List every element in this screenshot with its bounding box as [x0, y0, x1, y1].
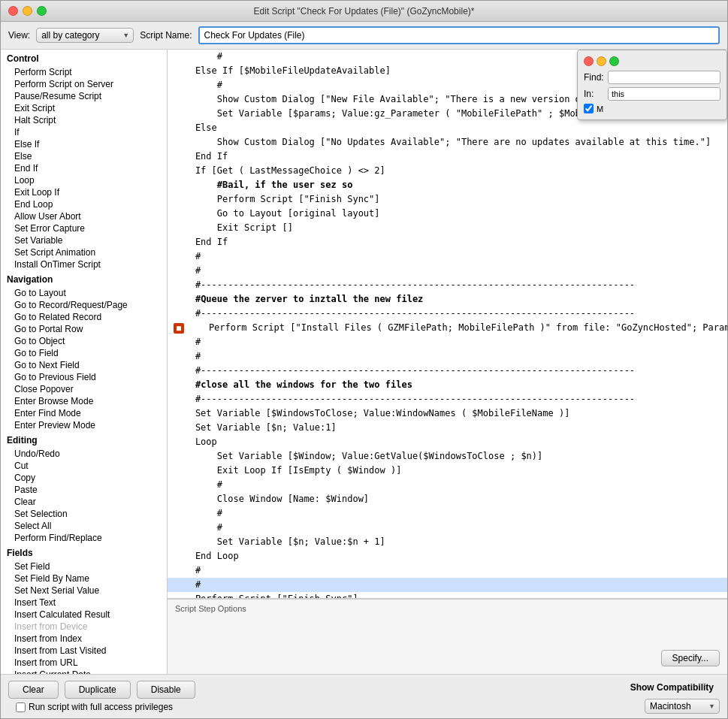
- sidebar-item-exit-script[interactable]: Exit Script: [1, 102, 167, 114]
- sidebar-item-if[interactable]: If: [1, 126, 167, 138]
- script-line[interactable]: #: [168, 249, 727, 264]
- script-line[interactable]: #---------------------------------------…: [168, 364, 727, 378]
- script-line[interactable]: #: [168, 264, 727, 278]
- find-panel-min[interactable]: [597, 56, 606, 66]
- sidebar-item-set-variable[interactable]: Set Variable: [1, 234, 167, 246]
- sidebar-item-perform-find-replace[interactable]: Perform Find/Replace: [1, 532, 167, 544]
- sidebar-item-go-to-prev-field[interactable]: Go to Previous Field: [1, 371, 167, 383]
- sidebar-item-set-selection[interactable]: Set Selection: [1, 508, 167, 520]
- script-line[interactable]: Perform Script ["Finish Sync"]: [168, 192, 727, 207]
- sidebar-item-go-to-next-field[interactable]: Go to Next Field: [1, 359, 167, 371]
- specify-button[interactable]: Specify...: [661, 650, 720, 666]
- view-select[interactable]: all by category: [36, 28, 134, 43]
- script-line[interactable]: #---------------------------------------…: [168, 392, 727, 406]
- sidebar-item-go-to-portal-row[interactable]: Go to Portal Row: [1, 323, 167, 335]
- script-line[interactable]: Show Custom Dialog ["No Updates Availabl…: [168, 135, 727, 150]
- minimize-button[interactable]: [23, 6, 32, 16]
- sidebar-item-perform-script[interactable]: Perform Script: [1, 66, 167, 78]
- compat-select-wrapper[interactable]: Macintosh: [645, 699, 720, 714]
- disable-button[interactable]: Disable: [137, 681, 195, 699]
- sidebar-item-loop[interactable]: Loop: [1, 174, 167, 186]
- duplicate-button[interactable]: Duplicate: [65, 681, 131, 699]
- sidebar-item-insert-from-url[interactable]: Insert from URL: [1, 657, 167, 669]
- script-line[interactable]: End Loop: [168, 549, 727, 563]
- sidebar-item-enter-browse[interactable]: Enter Browse Mode: [1, 395, 167, 407]
- script-line[interactable]: Exit Script []: [168, 221, 727, 235]
- script-line[interactable]: Loop: [168, 435, 727, 449]
- script-line[interactable]: Set Variable [$Window; Value:GetValue($W…: [168, 449, 727, 464]
- run-privileges-checkbox[interactable]: [16, 702, 26, 712]
- script-line[interactable]: Exit Loop If [IsEmpty ( $Window )]: [168, 464, 727, 478]
- sidebar-item-else[interactable]: Else: [1, 150, 167, 162]
- sidebar-item-set-field-by-name[interactable]: Set Field By Name: [1, 572, 167, 585]
- script-line[interactable]: #close all the windows for the two files: [168, 378, 727, 392]
- sidebar-item-enter-find[interactable]: Enter Find Mode: [1, 407, 167, 419]
- script-line-selected[interactable]: #: [168, 578, 727, 592]
- sidebar-item-install-ontimer[interactable]: Install OnTimer Script: [1, 258, 167, 270]
- script-line[interactable]: End If: [168, 235, 727, 249]
- view-select-wrapper[interactable]: all by category: [36, 28, 134, 43]
- script-line[interactable]: Else: [168, 121, 727, 135]
- script-line[interactable]: #Bail, if the user sez so: [168, 178, 727, 192]
- sidebar-item-close-popover[interactable]: Close Popover: [1, 383, 167, 395]
- in-input[interactable]: [608, 87, 720, 101]
- sidebar-item-end-if[interactable]: End If: [1, 162, 167, 174]
- sidebar-item-set-field[interactable]: Set Field: [1, 560, 167, 572]
- find-input[interactable]: [608, 71, 720, 84]
- sidebar-item-go-to-object[interactable]: Go to Object: [1, 335, 167, 347]
- sidebar-item-end-loop[interactable]: End Loop: [1, 198, 167, 210]
- script-line[interactable]: #: [168, 563, 727, 578]
- sidebar-item-cut[interactable]: Cut: [1, 460, 167, 472]
- script-line[interactable]: #: [168, 521, 727, 535]
- script-name-input[interactable]: [198, 26, 720, 44]
- sidebar-item-insert-text[interactable]: Insert Text: [1, 597, 167, 609]
- script-line[interactable]: #Queue the zerver to inztall the new fil…: [168, 292, 727, 307]
- sidebar-item-insert-from-index[interactable]: Insert from Index: [1, 633, 167, 645]
- find-panel-max[interactable]: [609, 56, 619, 66]
- sidebar-item-set-script-animation[interactable]: Set Script Animation: [1, 246, 167, 258]
- sidebar-item-undo-redo[interactable]: Undo/Redo: [1, 448, 167, 460]
- script-line[interactable]: ■ Perform Script ["Install Files ( GZMFi…: [168, 321, 727, 335]
- sidebar-item-pause-resume[interactable]: Pause/Resume Script: [1, 90, 167, 102]
- script-line[interactable]: If [Get ( LastMessageChoice ) <> 2]: [168, 164, 727, 178]
- sidebar-item-go-to-layout[interactable]: Go to Layout: [1, 287, 167, 299]
- script-editor[interactable]: # Else If [$MobileFileUpdateAvailable] #…: [168, 50, 727, 599]
- script-line[interactable]: Set Variable [$n; Value:$n + 1]: [168, 535, 727, 549]
- sidebar-item-allow-user-abort[interactable]: Allow User Abort: [1, 210, 167, 222]
- sidebar-item-clear[interactable]: Clear: [1, 496, 167, 508]
- find-panel-close[interactable]: [584, 56, 594, 66]
- sidebar-item-paste[interactable]: Paste: [1, 484, 167, 496]
- sidebar-item-go-to-field[interactable]: Go to Field: [1, 347, 167, 359]
- sidebar-item-set-next-serial[interactable]: Set Next Serial Value: [1, 585, 167, 597]
- sidebar-item-enter-preview[interactable]: Enter Preview Mode: [1, 419, 167, 431]
- compat-select[interactable]: Macintosh: [645, 699, 720, 714]
- match-checkbox[interactable]: [584, 104, 594, 113]
- script-line[interactable]: #: [168, 349, 727, 364]
- script-line[interactable]: Set Variable [$n; Value:1]: [168, 421, 727, 435]
- script-line[interactable]: End If: [168, 150, 727, 164]
- sidebar-item-perform-script-server[interactable]: Perform Script on Server: [1, 78, 167, 90]
- sidebar-item-insert-from-device[interactable]: Insert from Device: [1, 621, 167, 633]
- maximize-button[interactable]: [37, 6, 47, 16]
- sidebar-item-go-to-record[interactable]: Go to Record/Request/Page: [1, 299, 167, 311]
- sidebar-item-select-all[interactable]: Select All: [1, 520, 167, 532]
- sidebar-item-copy[interactable]: Copy: [1, 472, 167, 484]
- sidebar-item-else-if[interactable]: Else If: [1, 138, 167, 150]
- script-line[interactable]: #---------------------------------------…: [168, 307, 727, 321]
- sidebar-item-insert-current-date[interactable]: Insert Current Date: [1, 669, 167, 674]
- script-line[interactable]: #: [168, 478, 727, 492]
- script-line[interactable]: #: [168, 506, 727, 521]
- sidebar-item-exit-loop-if[interactable]: Exit Loop If: [1, 186, 167, 198]
- script-line[interactable]: Close Window [Name: $Window]: [168, 492, 727, 506]
- clear-button[interactable]: Clear: [8, 681, 59, 699]
- script-line[interactable]: Perform Script ["Finish Sync"]: [168, 592, 727, 599]
- script-line[interactable]: Set Variable [$WindowsToClose; Value:Win…: [168, 406, 727, 421]
- script-line[interactable]: Go to Layout [original layout]: [168, 207, 727, 221]
- sidebar-item-set-error-capture[interactable]: Set Error Capture: [1, 222, 167, 234]
- sidebar-item-go-to-related-record[interactable]: Go to Related Record: [1, 311, 167, 323]
- script-line[interactable]: #---------------------------------------…: [168, 278, 727, 292]
- sidebar-item-insert-from-last-visited[interactable]: Insert from Last Visited: [1, 645, 167, 657]
- script-line[interactable]: #: [168, 335, 727, 349]
- sidebar-item-halt-script[interactable]: Halt Script: [1, 114, 167, 126]
- sidebar-item-insert-calculated[interactable]: Insert Calculated Result: [1, 609, 167, 621]
